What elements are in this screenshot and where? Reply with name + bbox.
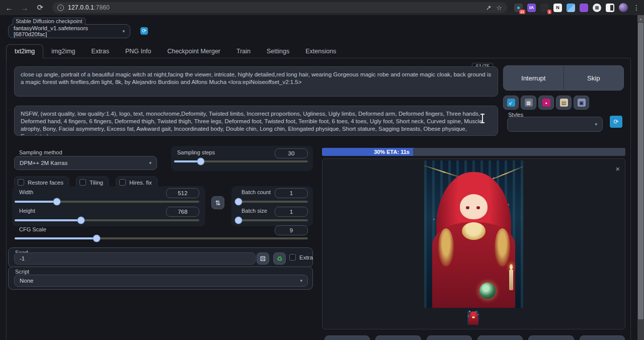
trash-icon: ▦ xyxy=(525,99,533,107)
slider-handle[interactable] xyxy=(198,158,204,165)
tab-checkpoint-merger[interactable]: Checkpoint Merger xyxy=(159,45,228,58)
profile-avatar[interactable] xyxy=(619,3,628,12)
address-bar[interactable]: i 127.0.0.1:7860 ↗ ☆ xyxy=(52,2,507,13)
negative-prompt-textarea[interactable]: NSFW, (worst quality, low quality:1.4), … xyxy=(14,106,498,136)
sampling-method-value: DPM++ 2M Karras xyxy=(20,160,67,166)
script-value: None xyxy=(20,278,34,284)
chevron-down-icon: ▾ xyxy=(595,122,597,127)
gallery-action-button[interactable] xyxy=(477,335,523,340)
extra-networks-card-icon: ● xyxy=(542,99,550,107)
clipboard-icon: ▤ xyxy=(560,99,568,107)
styles-dropdown[interactable]: ▾ xyxy=(507,117,603,132)
extra-networks-button[interactable]: ● xyxy=(538,96,554,110)
cfg-scale-slider[interactable] xyxy=(15,237,308,239)
floppy-save-icon: ▣ xyxy=(578,99,586,107)
sampling-steps-slider[interactable] xyxy=(174,160,308,162)
batch-size-slider[interactable] xyxy=(235,219,308,221)
tab-extensions[interactable]: Extensions xyxy=(297,45,344,58)
random-seed-dice-button[interactable]: ⚄ xyxy=(257,252,269,265)
tab-extras[interactable]: Extras xyxy=(84,45,117,58)
checkpoint-value: fantasyWorld_v1.safetensors [6870d20fac] xyxy=(14,25,122,37)
slider-handle[interactable] xyxy=(235,199,242,205)
generated-image-preview[interactable] xyxy=(424,160,523,308)
batch-count-input[interactable]: 1 xyxy=(275,188,308,198)
page-scrollbar[interactable]: ▲ xyxy=(637,15,644,340)
paste-arrow-icon: ↙ xyxy=(507,99,515,107)
batch-size-input[interactable]: 1 xyxy=(275,207,308,217)
prompt-textarea[interactable]: close up angle, portrait of a beautiful … xyxy=(14,66,498,97)
tab-img2img[interactable]: img2img xyxy=(43,45,83,58)
apply-style-button[interactable]: ▤ xyxy=(556,96,572,110)
slider-handle[interactable] xyxy=(78,217,85,224)
tab-train[interactable]: Train xyxy=(228,45,259,58)
checkpoint-group: Stable Diffusion checkpoint fantasyWorld… xyxy=(8,24,130,38)
checkpoint-dropdown[interactable]: fantasyWorld_v1.safetensors [6870d20fac]… xyxy=(9,25,130,38)
url-port: :7860 xyxy=(94,4,110,11)
gallery-actions-row xyxy=(325,335,625,340)
swap-dimensions-button[interactable]: ⇅ xyxy=(211,196,224,209)
scrollbar-thumb[interactable] xyxy=(638,23,643,319)
browser-toolbar: ← → ⟳ i 127.0.0.1:7860 ↗ ☆ 21 IA 1 N ⋮ xyxy=(0,0,644,15)
seed-extra-checkbox[interactable]: Extra xyxy=(289,254,313,261)
sampling-method-dropdown[interactable]: DPM++ 2M Karras ▾ xyxy=(14,156,157,170)
puzzle-extensions-icon[interactable] xyxy=(593,4,601,12)
browser-menu-icon[interactable]: ⋮ xyxy=(633,4,640,12)
tab-png-info[interactable]: PNG Info xyxy=(117,45,159,58)
clear-prompt-trash-button[interactable]: ▦ xyxy=(521,96,536,110)
gallery-action-button[interactable] xyxy=(528,335,574,340)
extension-icon-notion[interactable]: N xyxy=(553,4,562,12)
share-icon[interactable]: ↗ xyxy=(486,4,491,12)
close-icon[interactable]: × xyxy=(615,165,620,173)
sidebar-toggle-icon[interactable] xyxy=(606,4,614,12)
bookmark-star-icon[interactable]: ☆ xyxy=(496,4,502,12)
paste-generation-params-button[interactable]: ↙ xyxy=(503,96,519,110)
url-text: 127.0.0.1:7860 xyxy=(68,4,110,11)
reload-icon[interactable]: ⟳ xyxy=(34,1,46,14)
forward-icon[interactable]: → xyxy=(19,1,31,14)
batch-count-label: Batch count xyxy=(242,189,271,195)
checkpoint-refresh-button[interactable]: ⟳ xyxy=(140,27,148,35)
extension-icon-calendar[interactable]: 21 xyxy=(514,4,523,12)
restore-faces-label: Restore faces xyxy=(28,180,63,186)
batch-size-label: Batch size xyxy=(242,208,267,214)
extension-icon-ia[interactable]: IA xyxy=(527,4,536,12)
gallery-thumbnail[interactable] xyxy=(467,310,479,325)
script-dropdown[interactable]: None ▾ xyxy=(14,275,308,287)
gallery-action-button[interactable] xyxy=(375,335,421,340)
seed-input[interactable]: -1 xyxy=(14,252,256,265)
gallery-action-button[interactable] xyxy=(427,335,472,340)
extension-icon-blue[interactable] xyxy=(567,4,575,12)
tab-settings[interactable]: Settings xyxy=(259,45,297,58)
sampling-steps-input[interactable]: 30 xyxy=(275,148,308,158)
extension-icon-onenote[interactable] xyxy=(580,4,588,12)
cfg-scale-label: CFG Scale xyxy=(19,226,46,232)
slider-handle[interactable] xyxy=(235,217,242,224)
chevron-down-icon: ▾ xyxy=(149,160,151,165)
width-slider[interactable] xyxy=(15,201,199,203)
height-input[interactable]: 768 xyxy=(166,207,199,217)
cfg-scale-input[interactable]: 9 xyxy=(275,225,308,235)
scrollbar-up-icon[interactable]: ▲ xyxy=(637,15,644,22)
progress-bar: 30% ETA: 11s xyxy=(322,148,625,156)
batch-count-slider[interactable] xyxy=(235,201,308,203)
slider-handle[interactable] xyxy=(54,199,60,205)
interrupt-button[interactable]: Interrupt xyxy=(504,66,564,90)
page-info-icon[interactable]: i xyxy=(57,5,64,11)
skip-button[interactable]: Skip xyxy=(564,66,624,90)
tab-txt2img[interactable]: txt2img xyxy=(6,44,43,58)
save-style-button[interactable]: ▣ xyxy=(574,96,589,110)
checkbox-icon xyxy=(18,179,24,186)
reuse-seed-recycle-button[interactable]: ♻ xyxy=(273,252,286,265)
slider-handle[interactable] xyxy=(94,235,100,242)
seed-extra-label: Extra xyxy=(299,254,313,261)
extensions-row: 21 IA 1 N xyxy=(514,3,628,12)
width-input[interactable]: 512 xyxy=(166,188,199,198)
checkbox-icon xyxy=(119,179,126,186)
extension-icon-dark[interactable]: 1 xyxy=(540,4,549,12)
gallery-action-button[interactable] xyxy=(580,335,625,340)
height-slider[interactable] xyxy=(15,219,199,221)
styles-refresh-button[interactable]: ⟳ xyxy=(610,116,622,128)
gallery-action-button[interactable] xyxy=(325,335,370,340)
url-host: 127.0.0.1 xyxy=(68,4,94,11)
back-icon[interactable]: ← xyxy=(3,1,16,14)
